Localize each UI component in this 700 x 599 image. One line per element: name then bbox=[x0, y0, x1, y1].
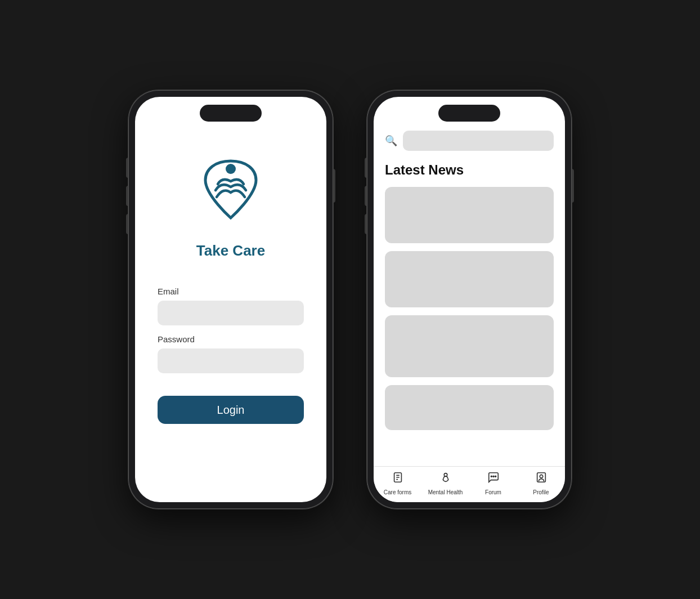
password-input[interactable] bbox=[158, 348, 304, 373]
phone-news: 🔍 Latest News bbox=[367, 90, 572, 509]
bottom-nav: Care forms Mental Health bbox=[374, 466, 565, 502]
care-forms-label: Care forms bbox=[384, 489, 411, 495]
forum-label: Forum bbox=[485, 489, 501, 495]
app-logo bbox=[194, 153, 267, 226]
app-title: Take Care bbox=[196, 242, 265, 260]
profile-label: Profile bbox=[533, 489, 549, 495]
news-card-3[interactable] bbox=[385, 315, 554, 377]
phone-login: Take Care Email Password Login bbox=[128, 90, 333, 509]
nav-item-mental-health[interactable]: Mental Health bbox=[421, 471, 469, 495]
forum-icon bbox=[487, 471, 500, 487]
news-card-1[interactable] bbox=[385, 187, 554, 243]
news-content: 🔍 Latest News bbox=[374, 97, 565, 466]
logo-container bbox=[194, 153, 267, 229]
svg-point-10 bbox=[540, 475, 543, 478]
search-row: 🔍 bbox=[385, 131, 554, 151]
news-card-4[interactable] bbox=[385, 385, 554, 430]
mental-health-icon bbox=[439, 471, 452, 487]
login-form: Email Password Login bbox=[158, 278, 304, 424]
section-title: Latest News bbox=[385, 162, 554, 178]
svg-point-0 bbox=[226, 164, 236, 174]
mental-health-label: Mental Health bbox=[428, 489, 463, 495]
nav-item-care-forms[interactable]: Care forms bbox=[374, 471, 421, 495]
news-screen: 🔍 Latest News bbox=[374, 97, 565, 502]
search-icon: 🔍 bbox=[385, 135, 397, 147]
profile-icon bbox=[535, 471, 548, 487]
dynamic-island bbox=[200, 105, 262, 122]
search-input[interactable] bbox=[403, 131, 554, 151]
news-card-2[interactable] bbox=[385, 251, 554, 307]
svg-point-8 bbox=[495, 476, 496, 477]
nav-item-forum[interactable]: Forum bbox=[469, 471, 517, 495]
news-cards-list bbox=[385, 187, 554, 430]
login-button[interactable]: Login bbox=[158, 396, 304, 424]
nav-item-profile[interactable]: Profile bbox=[517, 471, 565, 495]
svg-point-6 bbox=[493, 476, 494, 477]
email-label: Email bbox=[158, 287, 304, 296]
dynamic-island-2 bbox=[438, 105, 500, 122]
login-screen: Take Care Email Password Login bbox=[135, 97, 326, 502]
svg-point-7 bbox=[491, 476, 492, 477]
email-input[interactable] bbox=[158, 301, 304, 325]
care-forms-icon bbox=[392, 471, 404, 487]
password-label: Password bbox=[158, 334, 304, 344]
